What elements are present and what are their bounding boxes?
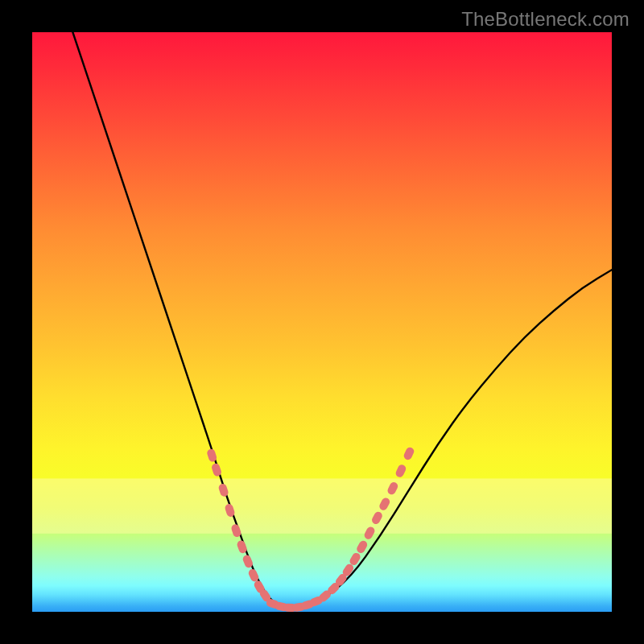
bands-layer: [32, 478, 612, 533]
marker-shape: [394, 464, 407, 479]
marker-shape: [402, 446, 415, 461]
watermark-text: TheBottleneck.com: [461, 8, 630, 31]
pale-yellow-band: [32, 478, 612, 533]
right-cluster-marker: [394, 464, 407, 479]
marker-shape: [355, 539, 369, 555]
right-cluster-marker: [402, 446, 415, 461]
plot-area: [32, 32, 612, 612]
frame: TheBottleneck.com: [0, 0, 644, 644]
right-cluster-marker: [355, 539, 369, 555]
chart-svg: [32, 32, 612, 612]
